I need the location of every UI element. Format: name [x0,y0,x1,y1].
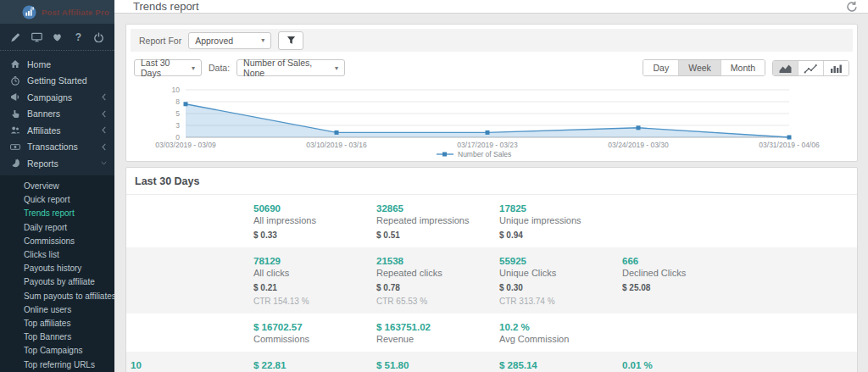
stat-cell-commissions: $ 16702.57Commissions [253,314,376,352]
stat-label: Unique impressions [499,214,617,226]
submenu-item-top-campaigns[interactable]: Top Campaigns [0,344,114,358]
stat-label: Commissions [253,333,371,345]
filter-button[interactable] [278,31,303,50]
submenu-item-quick-report[interactable]: Quick report [0,193,114,207]
stat-label: All clicks [253,267,371,279]
stat-cell-sales: 10Sales [131,352,253,372]
stat-cell-declined-clicks: 666Declined Clicks$ 25.08 [622,247,745,314]
stat-label: Repeated clicks [376,267,494,279]
caret-down-icon: ▾ [326,64,338,72]
stat-value: 21538 [376,255,494,267]
stat-label: Repeated impressions [376,214,494,226]
svg-text:3: 3 [175,121,180,130]
sidebar-item-label: Reports [27,158,101,169]
submenu-item-daily-report[interactable]: Daily report [0,220,114,234]
submenu-item-overview[interactable]: Overview [0,180,114,193]
stat-value: 50690 [253,203,371,214]
submenu-item-top-referring-urls[interactable]: Top referring URLs [0,358,114,371]
chevron-expanded-icon [101,159,107,167]
power-icon[interactable] [93,32,104,42]
monitor-icon[interactable] [31,32,42,42]
chevron-collapsed-icon [101,126,107,134]
sidebar-item-label: Campaigns [27,92,101,103]
stat-cell-repeated-impressions: 32865Repeated impressions$ 0.51 [376,195,499,247]
chevron-collapsed-icon [101,110,107,118]
period-button-week[interactable]: Week [678,60,721,75]
stat-label: All impressions [253,214,371,226]
stat-cell-revenue: $ 163751.02Revenue [376,314,499,352]
submenu-item-online-users[interactable]: Online users [0,303,114,316]
chart-type-button-area-chart[interactable] [773,61,798,75]
stat-cell-unique-clicks: 55925Unique Clicks$ 0.30CTR 313.74 % [499,247,622,314]
hand-pointer-icon [10,109,20,119]
period-button-group: DayWeekMonth [643,59,765,76]
svg-text:03/03/2019 - 03/09: 03/03/2019 - 03/09 [155,141,216,149]
submenu-item-payouts-history[interactable]: Payouts history [0,262,114,275]
trends-chart: 10853003/03/2019 - 03/0903/10/2019 - 03/… [126,80,857,161]
stat-ctr: CTR 154.13 % [253,297,371,307]
chart-type-button-line-chart[interactable] [798,61,823,75]
stats-row: $ 16702.57Commissions$ 163751.02Revenue1… [126,314,857,352]
stat-value: 10 [131,359,248,371]
home-icon [10,59,20,69]
sidebar-item-home[interactable]: Home [0,56,114,73]
sidebar-item-banners[interactable]: Banners [0,106,114,123]
users-icon [10,125,20,135]
date-range-select[interactable]: Last 30 Days ▾ [134,59,202,76]
period-button-month[interactable]: Month [721,60,765,75]
svg-text:03/17/2019 - 03/23: 03/17/2019 - 03/23 [457,141,518,149]
refresh-icon[interactable] [846,1,858,13]
sidebar-item-label: Home [27,59,107,69]
report-filter-bar: Report For Approved ▾ [131,29,853,52]
sidebar-utility-toolbar: ? [0,24,114,51]
stats-row: 50690All impressions$ 0.3332865Repeated … [126,195,857,247]
period-button-day[interactable]: Day [643,60,678,75]
sidebar-item-reports[interactable]: Reports [0,155,114,172]
chevron-collapsed-icon [101,143,107,151]
stat-unit-cost: $ 0.94 [499,230,617,241]
funnel-icon [287,36,296,45]
stat-value: $ 22.81 [253,359,371,371]
sidebar-main-menu: HomeGetting StartedCampaignsBannersAffil… [0,51,114,175]
chart-type-button-group [772,60,849,76]
submenu-item-trends-report[interactable]: Trends report [0,207,114,220]
pencil-icon[interactable] [10,32,21,42]
sidebar-item-transactions[interactable]: Transactions [0,139,114,156]
submenu-item-top-banners[interactable]: Top Banners [0,330,114,344]
stat-label: Revenue [376,333,494,345]
stat-cell-commission: $ 51.80Commissionavg $ 5.18 [376,352,499,372]
help-icon[interactable]: ? [73,32,84,42]
stat-ctr: CTR 65.53 % [376,297,494,307]
submenu-item-payouts-by-affiliate[interactable]: Payouts by affiliate [0,275,114,289]
stat-value: 78129 [253,255,371,267]
stat-value: 32865 [376,203,494,214]
submenu-item-commissions[interactable]: Commissions [0,234,114,247]
stat-ctr: CTR 313.74 % [499,297,617,307]
data-series-select[interactable]: Number of Sales, None ▾ [236,59,345,76]
data-series-value: Number of Sales, None [243,58,326,78]
main-area: Trends report Report For Approved ▾ Last… [114,0,868,372]
stat-value: 17825 [499,203,617,214]
svg-text:03/10/2019 - 03/16: 03/10/2019 - 03/16 [306,141,367,149]
stat-value: $ 51.80 [376,359,494,371]
chart-type-button-bar-chart[interactable] [823,61,849,75]
sidebar-item-label: Getting Started [27,75,107,86]
sidebar-item-campaigns[interactable]: Campaigns [0,89,114,106]
submenu-item-clicks-list[interactable]: Clicks list [0,247,114,261]
submenu-item-sum-payouts-to-affiliates[interactable]: Sum payouts to affiliates [0,289,114,303]
sidebar-item-getting-started[interactable]: Getting Started [0,73,114,90]
sidebar-header: Post Affiliate Pro [0,0,114,24]
heart-icon[interactable] [52,32,63,42]
stat-cell-revenue: $ 285.14Revenueavg $ 28.51 [499,352,622,372]
stat-label: Declined Clicks [622,267,740,279]
page-title: Trends report [133,0,199,13]
data-label: Data: [209,63,230,73]
report-for-select[interactable]: Approved ▾ [188,32,271,49]
stat-cell-all-clicks: 78129All clicks$ 0.21CTR 154.13 % [253,247,376,314]
stat-cell-unique-impressions: 17825Unique impressions$ 0.94 [499,195,622,247]
sidebar-item-label: Transactions [27,142,101,152]
sidebar-item-affiliates[interactable]: Affiliates [0,122,114,139]
stat-value: $ 16702.57 [253,321,371,333]
stat-unit-cost: $ 0.33 [253,230,371,241]
submenu-item-top-affiliates[interactable]: Top affiliates [0,316,114,330]
